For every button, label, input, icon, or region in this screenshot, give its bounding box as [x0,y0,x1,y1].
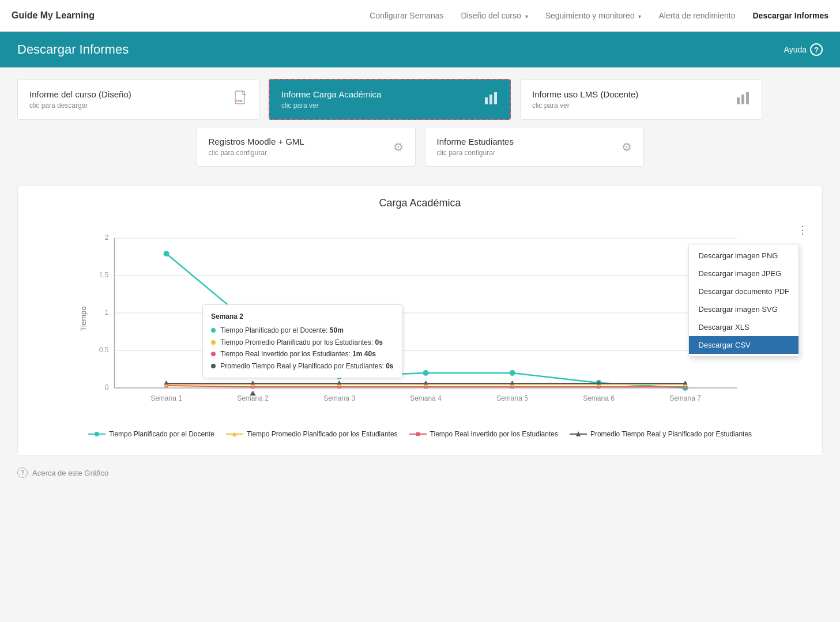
brand-name: Guide My Learning [12,10,95,21]
tooltip-item-2: Tiempo Promedio Planificado por los Estu… [211,337,394,348]
nav-alerta-rendimiento[interactable]: Alerta de rendimiento [658,11,735,20]
svg-text:1: 1 [105,308,109,316]
bar-chart-icon [484,92,498,108]
help-label: Ayuda [784,45,807,54]
svg-rect-7 [746,92,749,104]
chart-wrapper: ⋮ 2 1.5 1 0.5 0 Tiempo [29,221,811,413]
three-dot-menu-button[interactable]: ⋮ [797,224,808,236]
menu-item-csv[interactable]: Descargar CSV [689,336,798,354]
svg-marker-49 [164,380,169,384]
legend-label: Promedio Tiempo Real y Planificado por E… [590,430,752,438]
svg-text:PDF: PDF [236,99,243,103]
cards-row-2: Registros Moodle + GML clic para configu… [17,127,823,167]
tooltip-dot [211,352,216,356]
legend-item-docente: Tiempo Planificado por el Docente [88,430,214,438]
cards-row-1: Informe del curso (Diseño) clic para des… [17,79,823,120]
card-carga-academica[interactable]: Informe Carga Académica clic para ver [269,79,511,120]
nav-seguimiento[interactable]: Seguimiento y monitoreo ▾ [545,11,642,20]
card-title: Informe Estudiantes [437,137,514,146]
menu-item-xls[interactable]: Descargar XLS [689,318,798,336]
svg-marker-52 [424,380,428,384]
svg-marker-56 [250,391,256,395]
chart-legend: Tiempo Planificado por el Docente Tiempo… [29,430,811,438]
legend-label: Tiempo Promedio Planificado por los Estu… [247,430,398,438]
tooltip-item-4: Promedio Tiempo Real y Planificado por E… [211,360,394,372]
about-chart-label: Acerca de este Gráfico [32,469,108,477]
nav-descargar-informes[interactable]: Descargar Informes [752,11,828,20]
svg-marker-53 [510,380,515,384]
tooltip-dot [211,340,216,345]
legend-item-promedio-real: Promedio Tiempo Real y Planificado por E… [570,430,752,438]
card-sub: clic para ver [532,101,638,110]
svg-marker-55 [683,380,688,384]
nav-configurar-semanas[interactable]: Configurar Semanas [370,11,443,20]
svg-text:2: 2 [105,233,109,242]
card-lms-docente[interactable]: Informe uso LMS (Docente) clic para ver [520,79,762,120]
svg-text:0.5: 0.5 [99,346,109,354]
bar-chart-icon [736,92,750,108]
legend-label: Tiempo Real Invertido por los Estudiante… [430,430,558,438]
card-sub: clic para configurar [437,149,514,157]
help-icon: ? [810,43,823,56]
cards-section: Informe del curso (Diseño) clic para des… [0,67,840,179]
card-registros-moodle[interactable]: Registros Moodle + GML clic para configu… [197,127,416,167]
legend-item-promedio-planificado: Tiempo Promedio Planificado por los Estu… [226,430,398,438]
svg-text:Semana 7: Semana 7 [669,394,701,402]
svg-text:0: 0 [105,383,109,391]
help-button[interactable]: Ayuda ? [784,43,823,56]
svg-text:Semana 3: Semana 3 [323,394,355,402]
svg-text:1.5: 1.5 [99,271,109,279]
card-informe-diseno[interactable]: Informe del curso (Diseño) clic para des… [17,79,259,120]
page-title: Descargar Informes [17,42,129,57]
svg-rect-62 [416,432,420,436]
svg-rect-2 [485,97,488,104]
tooltip-dot [211,364,216,368]
chevron-icon: ▾ [525,13,528,20]
svg-rect-3 [489,95,492,104]
card-title: Registros Moodle + GML [209,137,304,146]
svg-text:Semana 4: Semana 4 [410,394,442,402]
legend-label: Tiempo Planificado por el Docente [109,430,214,438]
svg-point-58 [95,432,99,436]
svg-text:Semana 5: Semana 5 [496,394,528,402]
svg-rect-5 [737,97,740,104]
svg-point-32 [510,370,515,376]
tooltip-item-1: Tiempo Planificado por el Docente: 50m [211,325,394,336]
svg-point-28 [164,251,169,257]
menu-item-svg[interactable]: Descargar imagen SVG [689,300,798,318]
chevron-icon: ▾ [638,13,641,20]
svg-rect-4 [494,92,497,104]
tooltip-title: Semana 2 [211,311,394,322]
card-sub: clic para ver [281,101,381,110]
gear-icon: ⚙ [621,140,632,154]
about-chart-section: ? Acerca de este Gráfico [17,468,823,478]
page-header: Descargar Informes Ayuda ? [0,32,840,67]
tooltip-item-3: Tiempo Real Invertido por los Estudiante… [211,348,394,360]
chart-title: Carga Académica [29,197,811,209]
menu-item-pdf[interactable]: Descargar documento PDF [689,282,798,300]
context-menu: Descargar imagen PNG Descargar imagen JP… [688,244,799,357]
card-informe-estudiantes[interactable]: Informe Estudiantes clic para configurar… [425,127,644,167]
svg-marker-50 [251,380,255,384]
about-icon[interactable]: ? [17,468,28,478]
card-sub: clic para descargar [29,101,131,110]
nav-diseno-curso[interactable]: Diseño del curso ▾ [461,11,528,20]
svg-text:Semana 6: Semana 6 [583,394,615,402]
svg-marker-51 [337,380,342,384]
card-title: Informe Carga Académica [281,89,381,99]
card-title: Informe uso LMS (Docente) [532,89,638,99]
menu-item-png[interactable]: Descargar imagen PNG [689,247,798,265]
chart-section: Carga Académica ⋮ 2 1.5 1 0.5 0 Tiempo [17,185,823,456]
svg-text:Tiempo: Tiempo [79,307,88,331]
nav-links: Configurar Semanas Diseño del curso ▾ Se… [370,11,828,20]
legend-item-real: Tiempo Real Invertido por los Estudiante… [409,430,558,438]
chart-tooltip: Semana 2 Tiempo Planificado por el Docen… [202,304,402,378]
tooltip-dot [211,328,216,333]
svg-point-31 [423,370,429,376]
svg-rect-6 [741,95,744,104]
svg-text:Semana 1: Semana 1 [150,394,182,402]
menu-item-jpeg[interactable]: Descargar imagen JPEG [689,265,798,282]
gear-icon: ⚙ [393,140,404,154]
top-nav: Guide My Learning Configurar Semanas Dis… [0,0,840,32]
card-sub: clic para configurar [209,149,304,157]
